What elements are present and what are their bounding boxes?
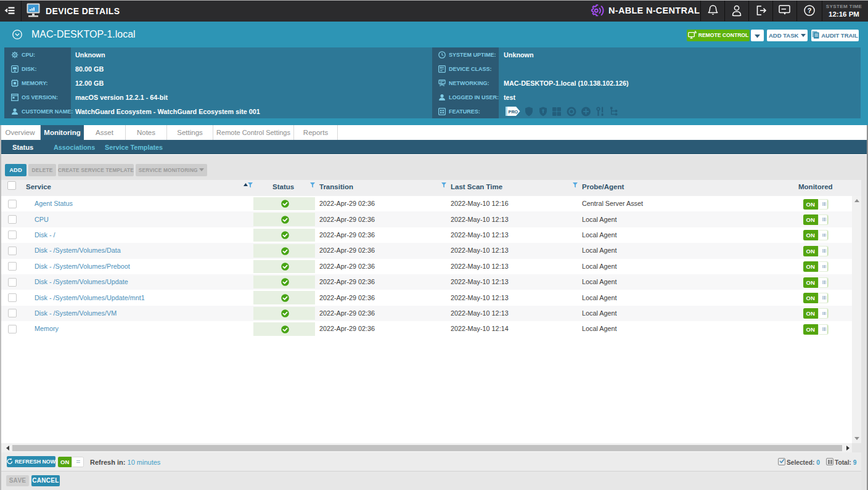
svg-text:?: ? (808, 7, 812, 14)
svg-text:PRO: PRO (509, 109, 518, 115)
